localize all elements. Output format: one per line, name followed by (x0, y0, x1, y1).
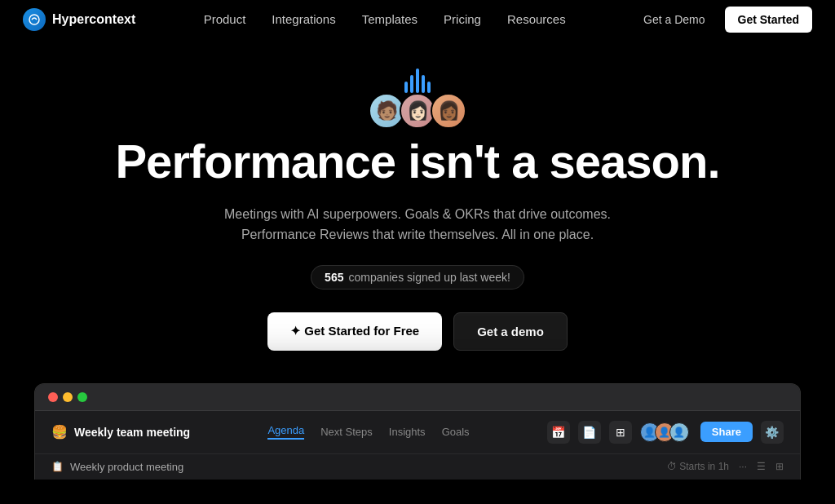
meeting-grid-icon: ⊞ (775, 461, 784, 472)
app-content: 📋 Weekly product meeting ⏱ Starts in 1h … (35, 453, 800, 480)
tab-insights[interactable]: Insights (389, 426, 426, 438)
cta-buttons: ✦ Get Started for Free Get a demo (267, 312, 568, 351)
meeting-item-icon: 📋 (51, 461, 64, 472)
cta-primary-button[interactable]: ✦ Get Started for Free (267, 312, 442, 351)
traffic-lights (48, 392, 87, 402)
app-meeting-bar: 🍔 Weekly team meeting Agenda Next Steps … (35, 411, 800, 453)
svg-point-0 (29, 15, 39, 24)
logo-icon (23, 8, 46, 31)
bar-3 (416, 69, 419, 93)
get-started-button[interactable]: Get Started (725, 7, 812, 33)
document-action-icon[interactable]: 📄 (578, 421, 601, 444)
settings-action-icon[interactable]: ⚙️ (761, 421, 784, 444)
bar-4 (422, 75, 425, 93)
member-avatar-3: 👤 (669, 422, 689, 442)
audio-bars (404, 64, 431, 93)
meeting-options-icon: ··· (739, 461, 747, 472)
hero-subtext-line2: Performance Reviews that write themselve… (241, 228, 594, 241)
demo-button[interactable]: Get a Demo (634, 8, 714, 31)
hero-headline: Performance isn't a season. (115, 135, 719, 188)
meeting-title-icon: 🍔 (51, 424, 68, 440)
tab-goals[interactable]: Goals (442, 426, 470, 438)
meeting-time-meta: ⏱ Starts in 1h (667, 461, 729, 472)
traffic-light-yellow (63, 392, 73, 402)
meeting-member-avatars: 👤 👤 👤 (640, 422, 689, 442)
meeting-list-icon: ☰ (757, 461, 766, 472)
nav-integrations[interactable]: Integrations (272, 12, 335, 26)
nav-actions: Get a Demo Get Started (634, 7, 812, 33)
meeting-title-text: Weekly team meeting (74, 426, 190, 439)
calendar-action-icon[interactable]: 📅 (547, 421, 570, 444)
nav-templates[interactable]: Templates (362, 12, 418, 26)
logo[interactable]: Hypercontext (23, 8, 135, 31)
bar-2 (410, 75, 413, 93)
tab-agenda[interactable]: Agenda (267, 424, 304, 440)
bar-1 (404, 82, 408, 93)
meeting-title: 🍔 Weekly team meeting (51, 424, 190, 440)
navbar: Hypercontext Product Integrations Templa… (0, 0, 835, 39)
nav-links: Product Integrations Templates Pricing R… (204, 12, 566, 27)
meeting-sub-item: 📋 Weekly product meeting (51, 461, 183, 473)
bar-5 (427, 82, 431, 93)
layout-action-icon[interactable]: ⊞ (609, 421, 632, 444)
app-title-bar (35, 384, 800, 411)
avatar-3: 👩🏾 (431, 93, 466, 129)
meeting-tabs: Agenda Next Steps Insights Goals (267, 424, 469, 440)
cta-secondary-button[interactable]: Get a demo (453, 312, 568, 351)
tab-next-steps[interactable]: Next Steps (320, 426, 373, 438)
social-proof-number: 565 (325, 271, 343, 284)
nav-product[interactable]: Product (204, 12, 246, 26)
app-preview: 🍔 Weekly team meeting Agenda Next Steps … (34, 383, 801, 480)
avatars-row: 🧑🏽 👩🏻 👩🏾 (369, 93, 466, 129)
nav-resources[interactable]: Resources (507, 12, 566, 26)
nav-pricing[interactable]: Pricing (444, 12, 481, 26)
hero-subtext-line1: Meetings with AI superpowers. Goals & OK… (224, 207, 611, 221)
meeting-meta: ⏱ Starts in 1h ··· ☰ ⊞ (667, 461, 784, 472)
hero-section: 🧑🏽 👩🏻 👩🏾 Performance isn't a season. Mee… (0, 39, 835, 480)
social-proof-badge: 565 companies signed up last week! (311, 265, 524, 290)
meeting-sub-item-label: Weekly product meeting (70, 461, 183, 473)
avatar-cluster: 🧑🏽 👩🏻 👩🏾 (369, 64, 466, 129)
traffic-light-red (48, 392, 58, 402)
social-proof-text: companies signed up last week! (348, 271, 510, 284)
meeting-actions: 📅 📄 ⊞ 👤 👤 👤 Share ⚙️ (547, 421, 784, 444)
hero-subtext: Meetings with AI superpowers. Goals & OK… (224, 204, 611, 245)
logo-text: Hypercontext (52, 12, 135, 27)
share-button[interactable]: Share (700, 422, 753, 442)
traffic-light-green (77, 392, 87, 402)
